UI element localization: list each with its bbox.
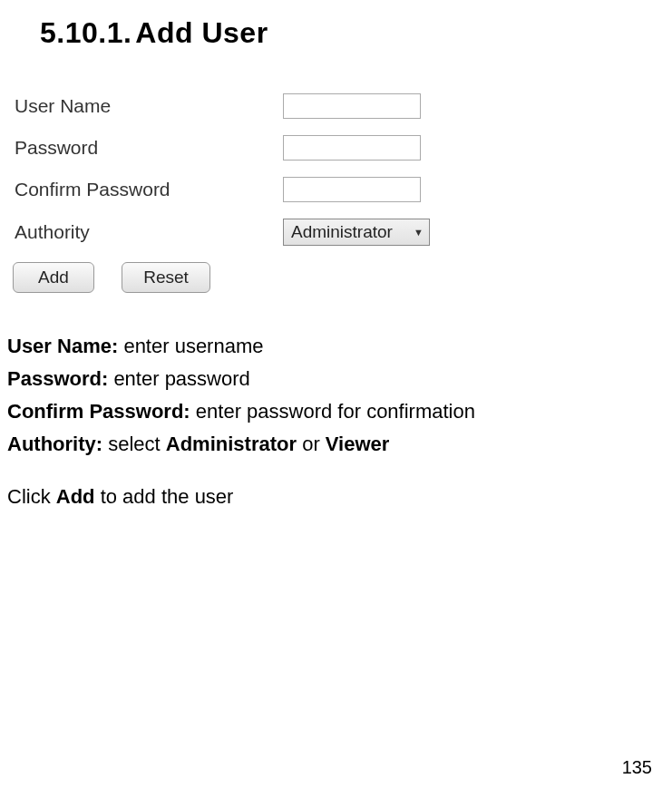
desc-authority-pre: select xyxy=(102,433,166,455)
desc-authority-bold: Authority: xyxy=(7,433,102,455)
authority-selected-value: Administrator xyxy=(291,222,393,242)
confirm-password-input[interactable] xyxy=(283,177,421,202)
desc-click-add: Click Add to add the user xyxy=(7,482,672,512)
section-heading: 5.10.1.Add User xyxy=(0,0,672,50)
desc-click-bold: Add xyxy=(56,485,95,508)
form-row-confirm-password: Confirm Password xyxy=(11,177,672,202)
username-input[interactable] xyxy=(283,93,421,119)
username-label: User Name xyxy=(11,95,283,117)
desc-confirm-bold: Confirm Password: xyxy=(7,400,190,423)
password-input[interactable] xyxy=(283,135,421,161)
description-area: User Name: enter username Password: ente… xyxy=(7,331,672,512)
add-button[interactable]: Add xyxy=(13,262,94,293)
section-title: Add User xyxy=(135,16,268,49)
form-row-username: User Name xyxy=(11,93,672,119)
page-number: 135 xyxy=(622,757,652,778)
desc-authority-opt1: Administrator xyxy=(166,433,297,455)
section-number: 5.10.1. xyxy=(40,16,131,49)
password-label: Password xyxy=(11,137,283,159)
desc-confirm-text: enter password for confirmation xyxy=(190,400,475,423)
form-row-authority: Authority Administrator ▼ xyxy=(11,219,672,246)
desc-authority-opt2: Viewer xyxy=(326,433,390,455)
desc-click-post: to add the user xyxy=(95,485,234,508)
desc-password-bold: Password: xyxy=(7,367,108,390)
button-row: Add Reset xyxy=(11,262,672,293)
authority-select[interactable]: Administrator ▼ xyxy=(283,219,430,246)
desc-confirm: Confirm Password: enter password for con… xyxy=(7,396,672,427)
confirm-password-label: Confirm Password xyxy=(11,179,283,200)
desc-authority: Authority: select Administrator or Viewe… xyxy=(7,429,672,460)
desc-username-text: enter username xyxy=(118,335,263,357)
chevron-down-icon: ▼ xyxy=(414,227,424,238)
add-user-form: User Name Password Confirm Password Auth… xyxy=(11,93,672,293)
form-row-password: Password xyxy=(11,135,672,161)
reset-button[interactable]: Reset xyxy=(122,262,210,293)
desc-username: User Name: enter username xyxy=(7,331,672,362)
desc-password-text: enter password xyxy=(108,367,250,390)
spacer xyxy=(7,462,672,482)
desc-username-bold: User Name: xyxy=(7,335,118,357)
desc-password: Password: enter password xyxy=(7,364,672,394)
desc-click-pre: Click xyxy=(7,485,56,508)
desc-authority-mid: or xyxy=(297,433,326,455)
authority-label: Authority xyxy=(11,221,283,243)
